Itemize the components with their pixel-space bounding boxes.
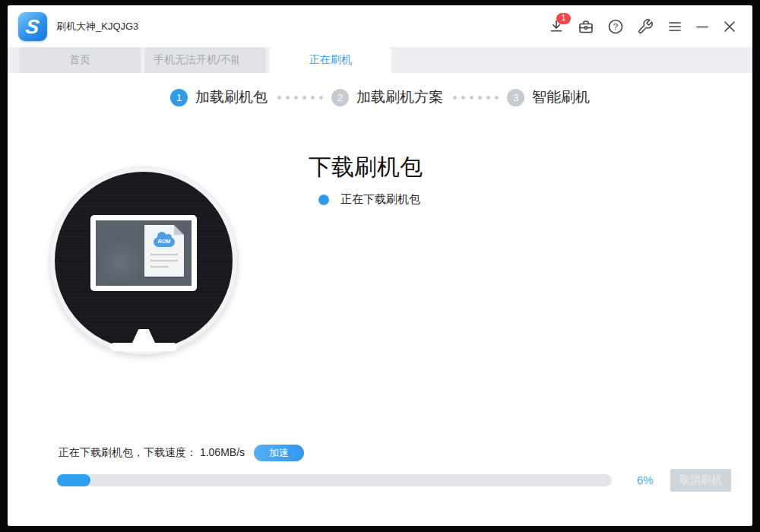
minimize-icon [694,18,711,35]
titlebar-actions: 1 ? [536,17,739,36]
download-button[interactable]: 1 [547,17,565,36]
step-separator-dots [451,96,499,100]
help-icon: ? [607,18,624,35]
notification-badge: 1 [556,13,571,24]
progress-fill [57,474,90,486]
status-dot [318,195,329,205]
app-logo-letter: S [25,17,41,36]
title-bar: S 刷机大神_KJQJG3 1 ? [8,5,752,47]
page-title: 下载刷机包 [309,152,423,183]
tab-bar: 首页 手机无法开机/不能 正在刷机 [8,47,752,73]
menu-icon [667,18,683,35]
cloud-icon: ROM [154,237,175,247]
toolbox-button[interactable] [577,17,595,36]
download-illustration: ROM [50,167,237,354]
rom-file-icon: ROM [144,225,184,277]
download-status-line: 正在下载刷机包，下载速度： 1.06MB/s 加速 [59,445,304,461]
step-indicator: 1 加载刷机包 2 加载刷机方案 3 智能刷机 [8,87,752,107]
monitor-icon: ROM [90,215,197,291]
tab-home[interactable]: 首页 [19,47,141,73]
menu-button[interactable] [666,17,684,36]
app-logo: S [18,12,47,41]
window-title: 刷机大神_KJQJG3 [56,20,138,33]
progress-percent: 6% [637,473,654,486]
tab-phone-cannot-boot[interactable]: 手机无法开机/不能 [144,47,266,73]
step-separator-dots [275,96,324,100]
progress-bar [57,474,612,486]
wrench-icon [637,18,654,35]
tab-flashing-active[interactable]: 正在刷机 [270,47,391,73]
step-load-flash-plan: 2 加载刷机方案 [331,87,443,107]
cancel-flash-button[interactable]: 取消刷机 [670,469,731,492]
toolbox-icon [578,18,594,35]
main-content: 1 加载刷机包 2 加载刷机方案 3 智能刷机 ROM [8,73,752,526]
close-icon [721,18,738,35]
close-button[interactable] [720,17,739,36]
minimize-button[interactable] [693,17,711,36]
download-speed-text: 正在下载刷机包，下载速度： 1.06MB/s [59,446,245,460]
step-1-circle: 1 [170,89,188,106]
step-2-circle: 2 [331,89,349,106]
settings-button[interactable] [636,17,654,36]
step-3-circle: 3 [507,89,524,106]
status-text: 正在下载刷机包 [340,192,420,207]
svg-text:?: ? [613,22,618,31]
step-load-rom-package: 1 加载刷机包 [170,87,268,107]
monitor-stand [132,329,155,343]
page-fold [174,225,184,235]
monitor-base [110,343,177,351]
boost-button[interactable]: 加速 [254,445,304,461]
help-button[interactable]: ? [606,17,625,36]
status-row: 正在下载刷机包 [318,192,420,207]
app-window: S 刷机大神_KJQJG3 1 ? [8,5,752,526]
step-smart-flash: 3 智能刷机 [507,87,590,107]
